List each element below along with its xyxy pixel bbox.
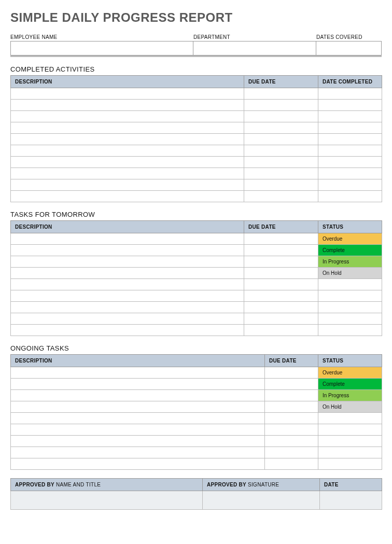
cell-description[interactable] (11, 367, 265, 379)
cell-date_completed[interactable] (318, 168, 382, 179)
cell-description[interactable] (11, 191, 244, 202)
table-row (11, 100, 382, 111)
cell-status[interactable] (318, 436, 382, 447)
cell-status[interactable]: Overdue (318, 367, 382, 379)
cell-due_date[interactable] (244, 302, 318, 313)
cell-status[interactable] (318, 279, 382, 290)
cell-due_date[interactable] (244, 256, 318, 268)
cell-description[interactable] (11, 88, 244, 100)
cell-status[interactable] (318, 413, 382, 424)
cell-due_date[interactable] (244, 157, 318, 168)
cell-description[interactable] (11, 245, 244, 256)
table-row (11, 325, 382, 336)
cell-due_date[interactable] (244, 179, 318, 191)
cell-description[interactable] (11, 268, 244, 279)
cell-description[interactable] (11, 290, 244, 302)
cell-due_date[interactable] (244, 233, 318, 245)
cell-due_date[interactable] (244, 111, 318, 122)
cell-date_completed[interactable] (318, 191, 382, 202)
table-row (11, 413, 382, 424)
cell-description[interactable] (11, 379, 265, 390)
cell-description[interactable] (11, 111, 244, 122)
cell-description[interactable] (11, 168, 244, 179)
cell-date_completed[interactable] (318, 111, 382, 122)
cell-description[interactable] (11, 157, 244, 168)
cell-status[interactable] (318, 290, 382, 302)
table-row (11, 88, 382, 100)
cell-due_date[interactable] (265, 379, 318, 390)
cell-status[interactable] (318, 458, 382, 470)
approved-signature-field[interactable] (203, 491, 320, 510)
cell-description[interactable] (11, 447, 265, 458)
cell-due_date[interactable] (265, 424, 318, 436)
cell-due_date[interactable] (244, 122, 318, 134)
cell-date_completed[interactable] (318, 157, 382, 168)
table-row (11, 279, 382, 290)
employee-name-field[interactable] (10, 41, 193, 55)
table-row: Overdue (11, 367, 382, 379)
cell-due_date[interactable] (244, 145, 318, 157)
cell-due_date[interactable] (244, 100, 318, 111)
cell-due_date[interactable] (244, 279, 318, 290)
ongoing-table: DESCRIPTION DUE DATE STATUS OverdueCompl… (10, 354, 382, 470)
cell-description[interactable] (11, 279, 244, 290)
cell-due_date[interactable] (265, 447, 318, 458)
cell-due_date[interactable] (244, 191, 318, 202)
cell-status[interactable]: In Progress (318, 390, 382, 401)
cell-due_date[interactable] (244, 245, 318, 256)
approved-date-field[interactable] (320, 491, 382, 510)
cell-status[interactable]: In Progress (318, 256, 382, 268)
cell-status[interactable]: On Hold (318, 401, 382, 413)
cell-due_date[interactable] (265, 436, 318, 447)
cell-description[interactable] (11, 233, 244, 245)
cell-status[interactable] (318, 302, 382, 313)
cell-due_date[interactable] (265, 390, 318, 401)
cell-description[interactable] (11, 313, 244, 325)
cell-status[interactable] (318, 325, 382, 336)
cell-description[interactable] (11, 134, 244, 145)
approved-name-field[interactable] (11, 491, 203, 510)
cell-description[interactable] (11, 122, 244, 134)
cell-description[interactable] (11, 458, 265, 470)
cell-status[interactable] (318, 313, 382, 325)
col-date: DATE (320, 479, 382, 491)
cell-description[interactable] (11, 401, 265, 413)
cell-description[interactable] (11, 302, 244, 313)
cell-date_completed[interactable] (318, 88, 382, 100)
cell-due_date[interactable] (244, 325, 318, 336)
cell-status[interactable]: Complete (318, 245, 382, 256)
cell-date_completed[interactable] (318, 100, 382, 111)
cell-due_date[interactable] (265, 413, 318, 424)
cell-due_date[interactable] (265, 401, 318, 413)
department-field[interactable] (193, 41, 316, 55)
cell-date_completed[interactable] (318, 122, 382, 134)
cell-due_date[interactable] (244, 88, 318, 100)
cell-status[interactable]: On Hold (318, 268, 382, 279)
cell-status[interactable] (318, 424, 382, 436)
section-title-ongoing: ONGOING TASKS (10, 336, 382, 354)
cell-description[interactable] (11, 256, 244, 268)
cell-due_date[interactable] (265, 367, 318, 379)
dates-covered-field[interactable] (316, 41, 382, 55)
cell-due_date[interactable] (244, 134, 318, 145)
cell-due_date[interactable] (244, 168, 318, 179)
cell-description[interactable] (11, 325, 244, 336)
cell-date_completed[interactable] (318, 134, 382, 145)
cell-description[interactable] (11, 100, 244, 111)
cell-due_date[interactable] (244, 290, 318, 302)
cell-description[interactable] (11, 179, 244, 191)
cell-date_completed[interactable] (318, 145, 382, 157)
cell-date_completed[interactable] (318, 179, 382, 191)
cell-description[interactable] (11, 424, 265, 436)
cell-description[interactable] (11, 413, 265, 424)
table-row (11, 302, 382, 313)
cell-due_date[interactable] (265, 458, 318, 470)
cell-due_date[interactable] (244, 268, 318, 279)
cell-description[interactable] (11, 436, 265, 447)
cell-status[interactable]: Complete (318, 379, 382, 390)
cell-due_date[interactable] (244, 313, 318, 325)
cell-description[interactable] (11, 145, 244, 157)
cell-status[interactable] (318, 447, 382, 458)
cell-description[interactable] (11, 390, 265, 401)
cell-status[interactable]: Overdue (318, 233, 382, 245)
